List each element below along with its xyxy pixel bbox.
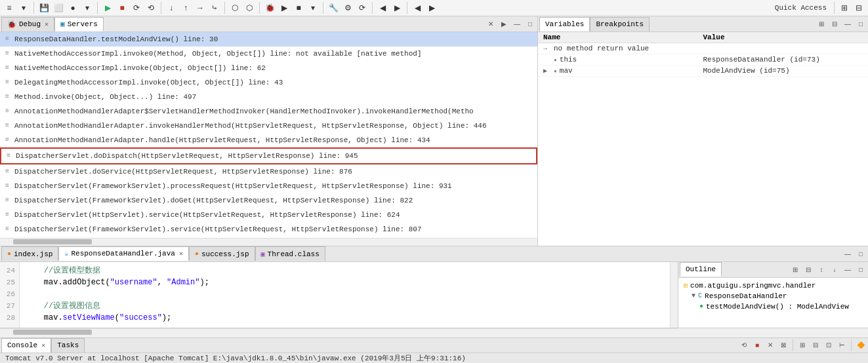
- debug-toolbar-minimize[interactable]: —: [511, 18, 523, 30]
- console-tb-7[interactable]: ⊡: [823, 339, 835, 351]
- outline-tb-6[interactable]: □: [855, 263, 867, 275]
- toolbar-btn-15[interactable]: ■: [292, 1, 305, 14]
- toolbar-btn-7[interactable]: ⟲: [144, 1, 157, 14]
- stack-item-8[interactable]: ≡ AnnotationMethodHandlerAdapter.handle(…: [0, 133, 537, 147]
- stack-item-14[interactable]: ≡ DispatcherServlet(FrameworkServlet).se…: [0, 222, 537, 237]
- tab-debug-close[interactable]: ✕: [45, 20, 49, 28]
- stack-list[interactable]: ≡ ResponseDataHandler.testModelAndView()…: [0, 32, 537, 238]
- outline-tb-5[interactable]: —: [842, 263, 854, 275]
- stack-horiz-thumb[interactable]: [13, 239, 92, 244]
- toolbar-btn-17[interactable]: 🔧: [327, 1, 340, 14]
- tab-tasks[interactable]: Tasks: [51, 338, 85, 353]
- stack-item-9[interactable]: ≡ DispatcherServlet.doDispatch(HttpServl…: [0, 147, 537, 164]
- toolbar-btn-11[interactable]: ⤷: [208, 1, 221, 14]
- debug-toolbar-skip[interactable]: ✕: [485, 18, 497, 30]
- tab-success-jsp[interactable]: ● success.jsp: [189, 246, 255, 261]
- stack-item-11[interactable]: ≡ DispatcherServlet(FrameworkServlet).pr…: [0, 179, 537, 193]
- toolbar-btn-22[interactable]: ◀: [411, 1, 424, 14]
- toolbar-btn-stop[interactable]: ■: [115, 1, 129, 14]
- tab-servers[interactable]: ▣ Servers: [54, 17, 104, 31]
- console-tb-5[interactable]: ⊞: [796, 339, 808, 351]
- var-item-2[interactable]: ● this ResponseDataHandler (id=73): [538, 54, 868, 66]
- code-horiz-thumb[interactable]: [13, 330, 92, 335]
- tab-console[interactable]: Console ✕: [1, 338, 51, 353]
- var-expand-3[interactable]: ▶: [543, 67, 551, 75]
- code-content[interactable]: //设置模型数据 mav.addObject("username", "Admi…: [20, 262, 670, 328]
- debug-toolbar-maximize[interactable]: □: [524, 18, 536, 30]
- console-tb-6[interactable]: ⊟: [810, 339, 821, 351]
- toolbar-btn-13[interactable]: ⬡: [243, 1, 256, 14]
- console-tb-8[interactable]: ⊢: [836, 339, 848, 351]
- console-close[interactable]: ✕: [41, 341, 45, 349]
- toolbar-btn-5[interactable]: ▾: [81, 1, 94, 14]
- tab-handler-close[interactable]: ✕: [179, 250, 183, 258]
- toolbar-btn-10[interactable]: →: [194, 1, 207, 14]
- tab-debug[interactable]: 🐞 Debug ✕: [1, 17, 54, 31]
- stack-item-2[interactable]: ≡ NativeMethodAccessorImpl.invoke0(Metho…: [0, 47, 537, 61]
- outline-item-method[interactable]: ● testModelAndView() : ModelAndView: [697, 301, 865, 312]
- toolbar-btn-3[interactable]: ⬜: [52, 1, 65, 14]
- stack-item-13[interactable]: ≡ DispatcherServlet(HttpServlet).service…: [0, 208, 537, 222]
- vars-toolbar-3[interactable]: —: [842, 18, 854, 30]
- outline-tb-2[interactable]: ⊟: [802, 263, 814, 275]
- code-scrollbar-v[interactable]: [670, 262, 678, 328]
- editor-maximize[interactable]: □: [855, 248, 867, 259]
- toolbar-btn-8[interactable]: ↓: [165, 1, 178, 14]
- var-expand-1[interactable]: →: [543, 45, 551, 52]
- toolbar-btn-19[interactable]: ⟳: [356, 1, 369, 14]
- toolbar-btn-14[interactable]: ▶: [278, 1, 291, 14]
- tab-thread-class[interactable]: ▣ Thread.class: [255, 246, 325, 261]
- stack-item-12[interactable]: ≡ DispatcherServlet(FrameworkServlet).do…: [0, 193, 537, 208]
- outline-item-class[interactable]: ▼ C ResponseDataHandler: [689, 291, 865, 301]
- toolbar-btn-12[interactable]: ⬡: [228, 1, 241, 14]
- toolbar-btn-23[interactable]: ▶: [425, 1, 438, 14]
- vars-toolbar-2[interactable]: ⊟: [829, 18, 840, 30]
- stack-item-7[interactable]: ≡ AnnotationMethodHandlerAdapter.invokeH…: [0, 119, 537, 133]
- toolbar-btn-9[interactable]: ↑: [179, 1, 192, 14]
- toolbar-btn-1[interactable]: ≡: [3, 1, 16, 14]
- stack-item-3[interactable]: ≡ NativeMethodAccessorImpl.invoke(Object…: [0, 61, 537, 75]
- tab-index-jsp[interactable]: ● index.jsp: [1, 246, 58, 261]
- toolbar-btn-2[interactable]: ▾: [17, 1, 30, 14]
- outline-expand-class[interactable]: ▼: [692, 292, 695, 299]
- console-tb-4[interactable]: ⊠: [777, 339, 789, 351]
- tab-outline[interactable]: Outline: [680, 262, 722, 277]
- toolbar-btn-run[interactable]: ▶: [101, 1, 114, 14]
- stack-item-1[interactable]: ≡ ResponseDataHandler.testModelAndView()…: [0, 32, 537, 47]
- outline-item-pkg[interactable]: ⊞ com.atguigu.springmvc.handler: [681, 280, 865, 291]
- quick-access-label[interactable]: Quick Access: [771, 3, 831, 13]
- console-tb-3[interactable]: ✕: [764, 339, 776, 351]
- vars-toolbar-1[interactable]: ⊞: [816, 18, 827, 30]
- outline-tb-3[interactable]: ↕: [816, 263, 827, 275]
- toolbar-btn-debug[interactable]: 🐞: [263, 1, 276, 14]
- outline-tb-1[interactable]: ⊞: [789, 263, 801, 275]
- stack-item-4[interactable]: ≡ DelegatingMethodAccessorImpl.invoke(Ob…: [0, 75, 537, 90]
- outline-tb-4[interactable]: ↓: [829, 263, 840, 275]
- stack-item-10[interactable]: ≡ DispatcherServlet.doService(HttpServle…: [0, 164, 537, 179]
- toolbar-btn-21[interactable]: ▶: [390, 1, 403, 14]
- toolbar-btn-24[interactable]: ⊞: [838, 1, 851, 14]
- stack-item-5[interactable]: ≡ Method.invoke(Object, Object...) line:…: [0, 90, 537, 104]
- toolbar-btn-18[interactable]: ⚙: [341, 1, 354, 14]
- stack-horiz-scroll[interactable]: [0, 238, 537, 246]
- toolbar-btn-20[interactable]: ◀: [376, 1, 389, 14]
- debug-toolbar-resume[interactable]: ▶: [498, 18, 510, 30]
- toolbar-btn-6[interactable]: ⟳: [130, 1, 143, 14]
- var-item-3[interactable]: ▶ ● mav ModelAndView (id=75): [538, 66, 868, 77]
- vars-toolbar-4[interactable]: □: [855, 18, 867, 30]
- tab-breakpoints[interactable]: Breakpoints: [590, 17, 650, 31]
- tab-variables[interactable]: Variables: [539, 17, 590, 31]
- tab-handler-java[interactable]: ☕ ResponseDataHandler.java ✕: [58, 246, 189, 261]
- editor-minimize[interactable]: —: [842, 248, 854, 259]
- stack-item-6[interactable]: ≡ AnnotationMethodHandlerAdapter$Servlet…: [0, 104, 537, 119]
- code-horiz-scroll[interactable]: [0, 328, 678, 336]
- toolbar-btn-25[interactable]: ⊟: [852, 1, 865, 14]
- console-tb-2[interactable]: ■: [751, 339, 763, 351]
- console-tb-9[interactable]: 🔶: [855, 339, 867, 351]
- toolbar-btn-16[interactable]: ▾: [306, 1, 320, 14]
- toolbar-btn-save[interactable]: 💾: [37, 1, 51, 14]
- toolbar-btn-4[interactable]: ●: [66, 1, 79, 14]
- var-item-1[interactable]: → no method return value: [538, 43, 868, 54]
- tab-tasks-label: Tasks: [57, 341, 79, 349]
- console-tb-1[interactable]: ⟲: [738, 339, 750, 351]
